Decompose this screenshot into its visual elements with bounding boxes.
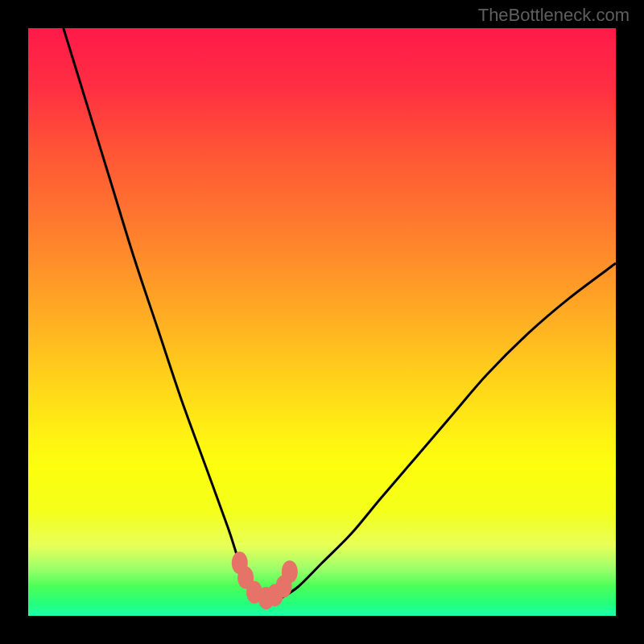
chart-plot-area <box>28 28 616 616</box>
curve-markers <box>232 551 298 609</box>
marker-dot <box>282 560 298 583</box>
curve-right-branch <box>281 263 616 598</box>
curve-left-branch <box>64 28 263 598</box>
curve-left-path <box>64 28 263 598</box>
curve-right-path <box>281 263 616 598</box>
watermark-text: TheBottleneck.com <box>478 5 630 26</box>
chart-svg <box>28 28 616 616</box>
